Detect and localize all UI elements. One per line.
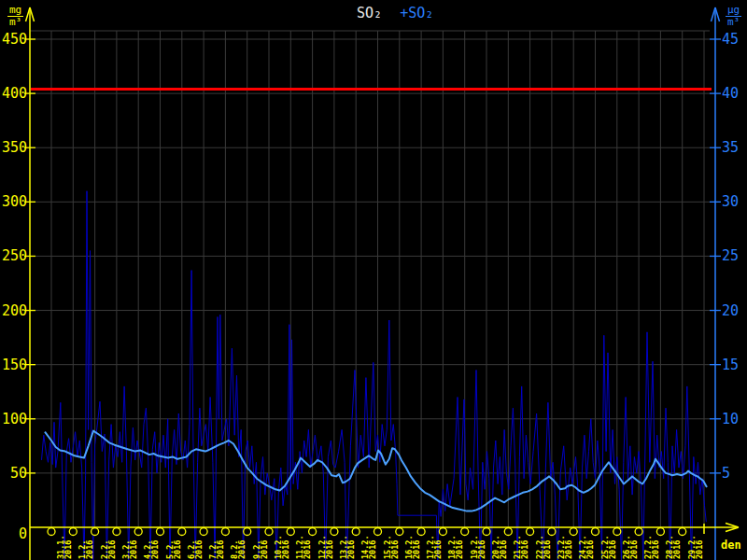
svg-text:100: 100 (2, 411, 27, 427)
x-tick-labels: 31.1.20161.2.20162.2.20163.2.20164.2.201… (56, 535, 704, 559)
svg-text:2016: 2016 (346, 540, 356, 559)
svg-text:2016: 2016 (585, 540, 595, 559)
so2-chart-screen: SO₂ +SO₂ mg m³ µg m³ 4504003503002502001… (0, 0, 747, 560)
svg-text:2016: 2016 (107, 540, 117, 559)
svg-text:20: 20 (722, 302, 739, 319)
svg-text:2016: 2016 (368, 540, 377, 559)
svg-text:2016: 2016 (390, 540, 400, 559)
svg-text:150: 150 (2, 357, 27, 373)
svg-text:2016: 2016 (129, 540, 138, 559)
svg-text:2016: 2016 (629, 540, 639, 559)
svg-text:2016: 2016 (216, 540, 225, 559)
svg-text:2016: 2016 (608, 540, 617, 559)
svg-text:450: 450 (2, 31, 27, 48)
right-tick-labels: 45403530252015105 (710, 31, 739, 482)
svg-text:2016: 2016 (63, 540, 73, 559)
svg-text:2016: 2016 (303, 540, 312, 559)
svg-text:2016: 2016 (651, 540, 660, 559)
svg-text:2016: 2016 (520, 540, 529, 559)
svg-text:10: 10 (722, 411, 739, 427)
svg-text:2016: 2016 (695, 540, 704, 559)
svg-text:15: 15 (722, 357, 739, 373)
svg-text:2016: 2016 (260, 540, 269, 559)
svg-text:45: 45 (722, 31, 739, 48)
svg-text:2016: 2016 (564, 540, 573, 559)
svg-text:2016: 2016 (173, 540, 182, 559)
svg-text:350: 350 (2, 139, 27, 156)
x-axis-unit-label: den (721, 539, 741, 552)
svg-text:30: 30 (722, 193, 739, 210)
svg-text:2016: 2016 (325, 540, 334, 559)
x-tick-marks (48, 524, 704, 536)
svg-text:2016: 2016 (412, 540, 421, 559)
svg-text:50: 50 (10, 465, 27, 482)
svg-text:2016: 2016 (194, 540, 204, 559)
svg-text:2016: 2016 (85, 540, 94, 559)
svg-text:2016: 2016 (433, 540, 443, 559)
svg-text:2016: 2016 (672, 540, 682, 559)
svg-text:2016: 2016 (543, 540, 552, 559)
svg-text:2016: 2016 (499, 540, 508, 559)
svg-text:40: 40 (722, 85, 739, 102)
svg-text:35: 35 (722, 139, 739, 156)
svg-text:250: 250 (2, 247, 27, 264)
svg-text:25: 25 (722, 247, 739, 264)
svg-text:0: 0 (19, 525, 27, 542)
svg-text:2016: 2016 (477, 540, 486, 559)
svg-text:400: 400 (2, 85, 27, 102)
avg-series-line (45, 431, 707, 511)
raw-series-line (42, 191, 707, 560)
svg-text:5: 5 (722, 465, 730, 482)
svg-text:2016: 2016 (237, 540, 247, 559)
svg-text:300: 300 (2, 193, 27, 210)
svg-text:2016: 2016 (150, 540, 160, 559)
chart-canvas: 4504003503002502001501005004540353025201… (0, 0, 747, 560)
svg-text:2016: 2016 (281, 540, 290, 559)
svg-text:200: 200 (2, 302, 27, 319)
svg-text:2016: 2016 (455, 540, 464, 559)
